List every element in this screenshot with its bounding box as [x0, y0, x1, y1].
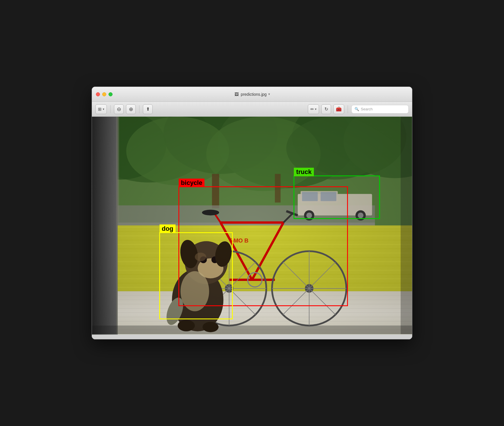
share-button[interactable]: ⬆ — [143, 104, 153, 114]
window-title-area: 🖼 predictions.jpg ▾ — [234, 92, 270, 97]
separator-1 — [110, 105, 111, 113]
detection-box-truck: truck — [294, 175, 380, 219]
image-container: GMO B — [92, 117, 412, 335]
file-icon: 🖼 — [234, 92, 239, 97]
minimize-button[interactable] — [102, 92, 106, 96]
toolbar: ⊞ ▾ ⊖ ⊕ ⬆ ✏ ▾ ↻ 🧰 🔍 Search — [92, 102, 412, 117]
detection-box-dog: dog — [159, 232, 233, 319]
window-bottom-bar — [92, 335, 412, 339]
separator-3 — [348, 105, 348, 113]
sidebar-chevron-icon: ▾ — [103, 108, 104, 111]
share-icon: ⬆ — [146, 106, 150, 112]
close-button[interactable] — [96, 92, 100, 96]
zoom-out-icon: ⊖ — [117, 106, 121, 112]
porch-pillar — [92, 117, 118, 335]
sidebar-icon: ⊞ — [98, 107, 102, 112]
detection-label-dog: dog — [160, 224, 176, 233]
sidebar-toggle-button[interactable]: ⊞ ▾ — [95, 104, 107, 114]
window-title: predictions.jpg — [241, 92, 267, 97]
separator-2 — [139, 105, 139, 113]
maximize-button[interactable] — [109, 92, 113, 96]
rotate-icon: ↻ — [324, 106, 328, 112]
zoom-in-icon: ⊕ — [129, 106, 133, 112]
titlebar: 🖼 predictions.jpg ▾ — [92, 87, 412, 102]
traffic-lights — [96, 92, 113, 96]
title-chevron-icon: ▾ — [268, 92, 270, 96]
annotate-chevron-icon: ▾ — [315, 108, 316, 111]
search-placeholder-text: Search — [361, 107, 373, 111]
search-box[interactable]: 🔍 Search — [351, 105, 409, 114]
annotate-button[interactable]: ✏ ▾ — [308, 104, 319, 114]
detection-label-truck: truck — [294, 168, 314, 176]
tools-icon: 🧰 — [336, 106, 342, 112]
zoom-in-button[interactable]: ⊕ — [126, 104, 136, 114]
main-window: 🖼 predictions.jpg ▾ ⊞ ▾ ⊖ ⊕ ⬆ ✏ ▾ ↻ — [92, 87, 412, 339]
rotate-button[interactable]: ↻ — [321, 104, 331, 114]
zoom-out-button[interactable]: ⊖ — [114, 104, 124, 114]
annotate-icon: ✏ — [310, 107, 314, 112]
search-icon: 🔍 — [355, 107, 359, 111]
tools-button[interactable]: 🧰 — [333, 104, 344, 114]
detection-label-bicycle: bicycle — [179, 179, 205, 187]
